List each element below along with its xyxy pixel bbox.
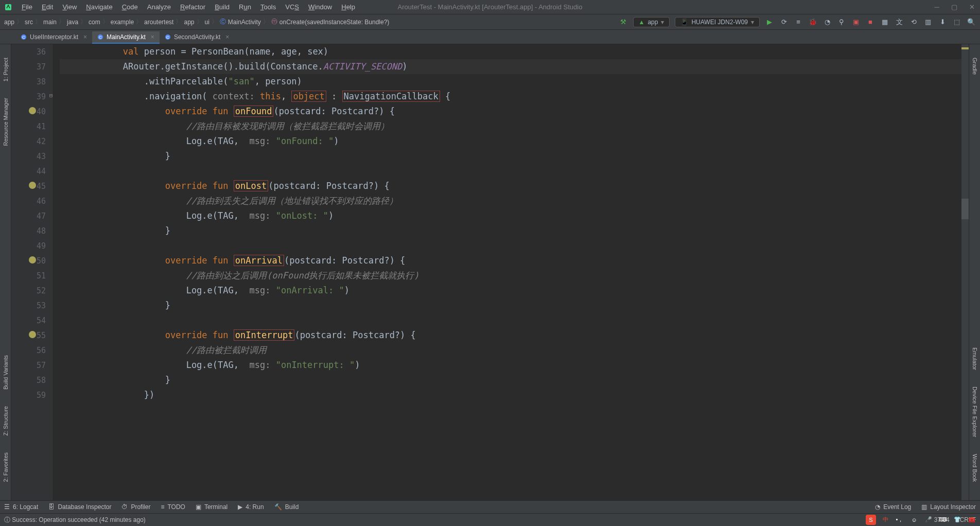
android-icon: ▲ [639,19,645,26]
gutter[interactable]: 36 37 38 39⊟ 40 41 42 43 44 45 46 47 48 … [11,44,52,500]
tool-device-file-explorer[interactable]: Device File Explorer [971,383,979,440]
tool-build-variants[interactable]: Build Variants [2,352,10,393]
close-icon[interactable]: × [225,33,229,41]
tool-layout-inspector[interactable]: ▥ Layout Inspector [921,503,976,511]
avd-manager-icon[interactable]: ▦ [880,17,889,27]
warning-icon[interactable] [29,107,36,114]
menu-refactor[interactable]: Refactor [176,2,209,12]
line-number: 50 [11,253,52,268]
tool-favorites[interactable]: 2: Favorites [2,449,10,485]
warning-icon[interactable] [29,331,36,338]
unknown-icon[interactable]: ⬚ [952,17,961,27]
debug-icon[interactable]: 🐞 [808,17,817,27]
breadcrumb-item[interactable]: ui [205,19,209,26]
sdk-icon[interactable]: ▥ [923,17,933,27]
line-number: 46 [11,194,52,208]
editor-scroll-track[interactable] [961,44,969,500]
hammer-icon[interactable]: ⚒ [619,17,628,27]
editor-tabs: C UseIInterceptor.kt × C MainActivity.kt… [0,30,980,44]
close-button[interactable]: ✕ [968,3,976,11]
tool-database-inspector[interactable]: 🗄 Database Inspector [48,503,111,511]
tool-project[interactable]: 1: Project [2,55,10,84]
titlebar: FFileile Edit View Navigate Code Analyze… [0,0,980,14]
menu-build[interactable]: Build [211,2,234,12]
menu-navigate[interactable]: Navigate [82,2,116,12]
line-number: 54 [11,313,52,328]
menu-help[interactable]: Help [337,2,359,12]
breadcrumb-item[interactable]: com [89,19,100,26]
breadcrumb-item[interactable]: onCreate(savedInstanceState: Bundle?) [279,19,389,26]
apply-changes-icon[interactable]: ⟳ [779,17,789,27]
ime-keyboard-icon[interactable]: ⌨ [938,515,948,525]
minimize-button[interactable]: ─ [933,3,941,11]
line-number: 56 [11,343,52,358]
breadcrumb-item[interactable]: main [43,19,57,26]
code-line: Log.e(TAG, msg: "onLost: ") [60,208,969,223]
tool-gradle[interactable]: Gradle [971,55,979,78]
tool-word-book[interactable]: Word Book [971,451,979,485]
ime-mic-icon[interactable]: 🎤 [923,515,934,525]
menu-vcs[interactable]: VCS [281,2,303,12]
ime-emoji-icon[interactable]: ☺ [909,515,919,525]
breadcrumb-item[interactable]: aroutertest [144,19,173,26]
tool-logcat[interactable]: ☰ 6: Logcat [4,503,38,511]
close-icon[interactable]: × [151,33,154,41]
breadcrumb-item[interactable]: src [25,19,33,26]
line-number: 40 [11,104,52,119]
translate-icon[interactable]: 文 [895,17,904,27]
line-number: 49 [11,238,52,253]
ime-punct-icon[interactable]: •， [895,515,905,525]
breadcrumb-item[interactable]: example [111,19,134,26]
ime-skin-icon[interactable]: 👕 [952,515,962,525]
ime-chinese-icon[interactable]: 中 [880,515,890,525]
tab-secondactivity[interactable]: C SecondActivity.kt × [160,31,235,44]
tool-build[interactable]: 🔨 Build [274,503,299,511]
tool-todo[interactable]: ≡ TODO [161,503,185,511]
sync-icon[interactable]: ⟲ [909,17,918,27]
tool-emulator[interactable]: Emulator [971,344,979,373]
maximize-button[interactable]: ▢ [950,3,958,11]
tab-mainactivity[interactable]: C MainActivity.kt × [92,31,160,44]
tab-useinterceptor[interactable]: C UseIInterceptor.kt × [15,31,92,44]
tool-resource-manager[interactable]: Resource Manager [2,95,10,149]
ime-toolbox-icon[interactable]: 🧰 [967,515,977,525]
profiler-icon[interactable]: ◔ [822,17,832,27]
breadcrumb-item[interactable]: java [67,19,78,26]
attach-debugger-icon[interactable]: ⚲ [837,17,846,27]
code-line: override fun onLost(postcard: Postcard?)… [60,179,969,194]
menu-edit[interactable]: Edit [38,2,57,12]
menu-analyze[interactable]: Analyze [143,2,175,12]
tool-profiler[interactable]: ⏱ Profiler [121,503,150,511]
run-configuration-selector[interactable]: ▲ app ▾ [633,17,670,27]
stop-icon[interactable]: ■ [866,17,875,27]
menu-run[interactable]: Run [235,2,255,12]
line-number: 48 [11,223,52,238]
menu-file[interactable]: FFileile [18,2,37,12]
menu-view[interactable]: View [58,2,81,12]
menu-tools[interactable]: Tools [256,2,280,12]
run-icon[interactable]: ▶ [765,17,774,27]
tool-structure[interactable]: Z: Structure [2,403,10,439]
close-icon[interactable]: × [83,33,87,41]
tool-run[interactable]: ▶ 4: Run [238,503,264,511]
warning-icon[interactable] [29,256,36,264]
breadcrumb-item[interactable]: app [4,19,14,26]
coverage-icon[interactable]: ▣ [851,17,861,27]
status-message: Success: Operation succeeded (42 minutes… [12,516,145,523]
tool-terminal[interactable]: ▣ Terminal [196,503,227,511]
sdk-manager-icon[interactable]: ⬇ [938,17,947,27]
ime-sogou-icon[interactable]: S [866,515,876,525]
apply-code-icon[interactable]: ≡ [794,17,803,27]
search-icon[interactable]: 🔍 [967,17,976,27]
menu-code[interactable]: Code [118,2,142,12]
code-line: Log.e(TAG, msg: "onInterrupt: ") [60,358,969,373]
code-editor[interactable]: 36 37 38 39⊟ 40 41 42 43 44 45 46 47 48 … [11,44,969,500]
tool-event-log[interactable]: ◔ Event Log [875,503,911,511]
breadcrumb-item[interactable]: MainActivity [228,19,261,26]
code-line: .withParcelable("san", person) [60,74,969,89]
device-selector[interactable]: 📱 HUAWEI JDN2-W09 ▾ [675,17,760,27]
menu-window[interactable]: Window [304,2,336,12]
code-content[interactable]: val person = PersonBean(name, age, sex) … [52,44,969,500]
warning-icon[interactable] [29,182,36,189]
breadcrumb-item[interactable]: app [184,19,194,26]
